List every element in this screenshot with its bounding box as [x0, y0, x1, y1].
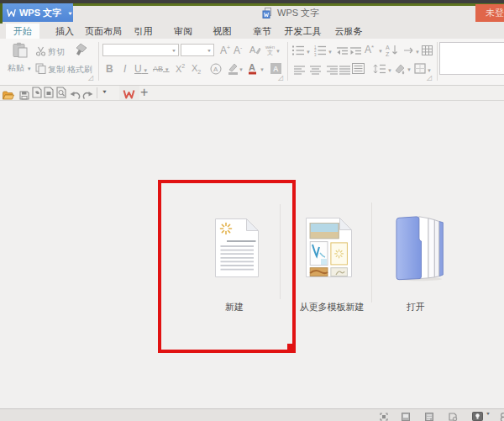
menu-tab-5[interactable]: 审阅: [165, 24, 202, 39]
font-dialog-launcher-icon[interactable]: ◿: [278, 75, 284, 81]
menu-tab-4[interactable]: 引用: [125, 24, 162, 39]
window-title-text: WPS 文字: [277, 7, 319, 19]
annotation-corner-mark: [287, 344, 296, 353]
svg-text:▼: ▼: [378, 49, 383, 54]
svg-text:▼: ▼: [415, 50, 420, 55]
annotation-rectangle: [158, 180, 296, 353]
svg-text:A: A: [249, 62, 255, 72]
copy-label[interactable]: 复制: [48, 64, 65, 76]
shading-button[interactable]: ▼: [394, 62, 412, 76]
cut-icon[interactable]: [35, 45, 46, 55]
eye-protection-dropdown-icon[interactable]: ▼: [486, 411, 491, 415]
menu-tab-7[interactable]: 章节: [244, 24, 281, 39]
menu-tab-6[interactable]: 视图: [204, 24, 241, 39]
font-color-button[interactable]: A▼: [248, 62, 265, 76]
superscript-button[interactable]: X2: [176, 63, 185, 74]
align-right-button[interactable]: [327, 64, 339, 74]
svg-text:A: A: [386, 45, 390, 50]
font-size-combo[interactable]: ▼: [181, 44, 214, 56]
wps-menu-caret-icon: ▼: [67, 10, 73, 15]
svg-text:Z: Z: [386, 51, 390, 56]
line-spacing-button[interactable]: ▼: [373, 63, 391, 75]
svg-text:A: A: [213, 66, 218, 73]
undo-icon[interactable]: [70, 88, 81, 97]
paragraph-dialog-launcher-icon[interactable]: ◿: [427, 75, 433, 81]
redo-icon[interactable]: [82, 88, 93, 97]
distribute-button[interactable]: [352, 63, 365, 75]
borders-button[interactable]: ▼: [414, 63, 433, 75]
strikethrough-button[interactable]: AB ▼: [153, 65, 170, 73]
svg-text:▼: ▼: [239, 67, 244, 72]
fullscreen-view-button[interactable]: [380, 409, 388, 418]
wps-tab-logo-icon[interactable]: [123, 87, 135, 97]
zoom-control-partial[interactable]: [499, 409, 504, 418]
templates-label[interactable]: 从更多模板新建: [290, 301, 374, 313]
paste-icon[interactable]: [11, 42, 29, 58]
separator-templates-open: [371, 203, 372, 303]
pinyin-guide-button[interactable]: wén文▼: [265, 44, 281, 55]
menu-tab-8[interactable]: 开发工具: [277, 24, 329, 39]
decrease-indent-button[interactable]: [337, 45, 349, 55]
sort-button[interactable]: AZ: [386, 44, 399, 56]
open-label[interactable]: 打开: [374, 301, 458, 313]
window-title: WPS 文字: [262, 7, 319, 18]
copy-icon[interactable]: [35, 62, 46, 73]
subscript-button[interactable]: X2: [192, 63, 201, 75]
menu-tab-3[interactable]: 页面布局: [77, 24, 129, 39]
export-pdf-icon[interactable]: [32, 87, 43, 98]
justify-button[interactable]: [339, 64, 351, 74]
bullet-list-button[interactable]: ▼: [292, 45, 312, 56]
quickbar-dropdown-icon[interactable]: ▼: [102, 90, 108, 95]
svg-text:▼: ▼: [260, 67, 265, 72]
print-preview-icon[interactable]: [56, 87, 67, 98]
align-center-button[interactable]: [310, 64, 322, 74]
style-gallery[interactable]: [439, 42, 504, 75]
italic-button[interactable]: I: [123, 63, 126, 75]
enclose-characters-button[interactable]: A: [210, 63, 223, 75]
character-shading-button[interactable]: A: [270, 62, 282, 75]
tab-table-button[interactable]: [422, 45, 433, 55]
paste-label[interactable]: 粘贴 ▼: [8, 62, 32, 74]
shrink-font-button[interactable]: A-: [234, 45, 242, 56]
open-icon[interactable]: [394, 214, 444, 282]
underline-button[interactable]: U ▼: [134, 63, 148, 75]
web-layout-view-button[interactable]: [449, 409, 458, 418]
format-painter-icon[interactable]: [73, 43, 88, 57]
new-tab-button[interactable]: +: [140, 85, 148, 100]
svg-text:▼: ▼: [387, 68, 391, 73]
increase-indent-button[interactable]: [350, 45, 362, 55]
menu-tab-1[interactable]: 开始: [6, 24, 39, 39]
align-left-button[interactable]: [294, 64, 306, 74]
title-bar: [3, 6, 504, 24]
bold-button[interactable]: B: [106, 63, 113, 75]
login-button[interactable]: 未登录: [475, 4, 504, 22]
font-name-combo[interactable]: ▼: [102, 44, 179, 56]
svg-text:▼: ▼: [306, 50, 311, 55]
numbered-list-button[interactable]: 123▼: [314, 45, 333, 56]
highlight-color-button[interactable]: ▼: [227, 62, 244, 76]
wps-menu-button[interactable]: WPS 文字 ▼: [3, 3, 73, 22]
clipboard-dialog-launcher-icon[interactable]: ◿: [88, 75, 94, 81]
templates-icon[interactable]: [306, 218, 352, 277]
ribbon-tab-bar: 开始插入页面布局引用审阅视图章节开发工具云服务: [0, 24, 504, 39]
show-marks-button[interactable]: ▼: [402, 45, 421, 56]
print-icon[interactable]: [44, 87, 55, 98]
page-view-button[interactable]: [402, 409, 410, 418]
svg-text:A: A: [273, 65, 279, 73]
ribbon-separator-1: [98, 42, 99, 81]
change-case-button[interactable]: A*▼: [364, 43, 385, 56]
document-icon: [262, 8, 273, 18]
grow-font-button[interactable]: A+: [220, 45, 230, 56]
open-file-icon[interactable]: [3, 88, 14, 97]
save-icon[interactable]: [19, 88, 29, 97]
svg-text:▼: ▼: [407, 67, 412, 72]
ribbon-separator-2: [287, 42, 288, 81]
text-effects-button[interactable]: A: [249, 44, 261, 55]
eye-protection-mode-button[interactable]: [472, 409, 483, 418]
svg-text:文: 文: [267, 49, 273, 55]
ribbon-separator-3: [437, 42, 438, 81]
cut-label[interactable]: 剪切: [48, 46, 65, 58]
menu-tab-9[interactable]: 云服务: [327, 24, 370, 39]
outline-view-button[interactable]: [425, 409, 433, 418]
svg-text:▼: ▼: [328, 50, 333, 55]
